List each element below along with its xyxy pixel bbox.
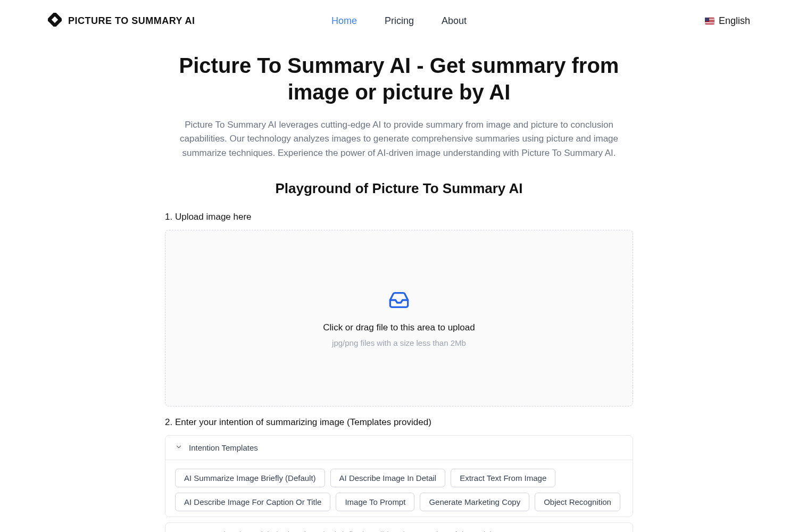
page-title: Picture To Summary AI - Get summary from… bbox=[165, 52, 633, 105]
main-content: Picture To Summary AI - Get summary from… bbox=[160, 52, 638, 532]
templates-panel: Intention Templates AI Summarize Image B… bbox=[165, 435, 633, 517]
step2-label: 2. Enter your intention of summarizing i… bbox=[165, 417, 633, 428]
language-selector[interactable]: English bbox=[705, 15, 750, 27]
dropzone-text: Click or drag file to this area to uploa… bbox=[323, 322, 475, 333]
primary-nav: Home Pricing About bbox=[331, 15, 467, 27]
language-label: English bbox=[719, 15, 750, 27]
upload-dropzone[interactable]: Click or drag file to this area to uploa… bbox=[165, 230, 633, 406]
page-description: Picture To Summary AI leverages cutting-… bbox=[165, 118, 633, 160]
chevron-down-icon bbox=[175, 443, 182, 452]
template-chip[interactable]: AI Describe Image For Caption Or Title bbox=[175, 493, 330, 511]
nav-pricing[interactable]: Pricing bbox=[385, 15, 414, 27]
templates-list: AI Summarize Image Briefly (Default) AI … bbox=[165, 460, 633, 517]
template-chip[interactable]: Object Recognition bbox=[535, 493, 620, 511]
template-chip[interactable]: Image To Prompt bbox=[336, 493, 414, 511]
playground-title: Playground of Picture To Summary AI bbox=[165, 180, 633, 197]
brand-name: PICTURE TO SUMMARY AI bbox=[68, 15, 195, 27]
brand[interactable]: PICTURE TO SUMMARY AI bbox=[48, 13, 195, 29]
template-chip[interactable]: AI Describe Image In Detail bbox=[330, 469, 446, 487]
inbox-icon bbox=[388, 289, 410, 313]
nav-about[interactable]: About bbox=[442, 15, 467, 27]
template-chip[interactable]: Generate Marketing Copy bbox=[420, 493, 529, 511]
logo-icon bbox=[48, 13, 62, 29]
nav-home[interactable]: Home bbox=[331, 15, 357, 27]
intention-input-wrapper bbox=[165, 522, 633, 532]
header: PICTURE TO SUMMARY AI Home Pricing About… bbox=[0, 0, 798, 41]
flag-us-icon bbox=[705, 18, 714, 24]
template-chip[interactable]: Extract Text From Image bbox=[451, 469, 555, 487]
template-chip[interactable]: AI Summarize Image Briefly (Default) bbox=[175, 469, 325, 487]
step1-label: 1. Upload image here bbox=[165, 212, 633, 222]
templates-header-label: Intention Templates bbox=[189, 443, 258, 452]
templates-toggle[interactable]: Intention Templates bbox=[165, 436, 633, 460]
dropzone-hint: jpg/png files with a size less than 2Mb bbox=[332, 338, 466, 347]
